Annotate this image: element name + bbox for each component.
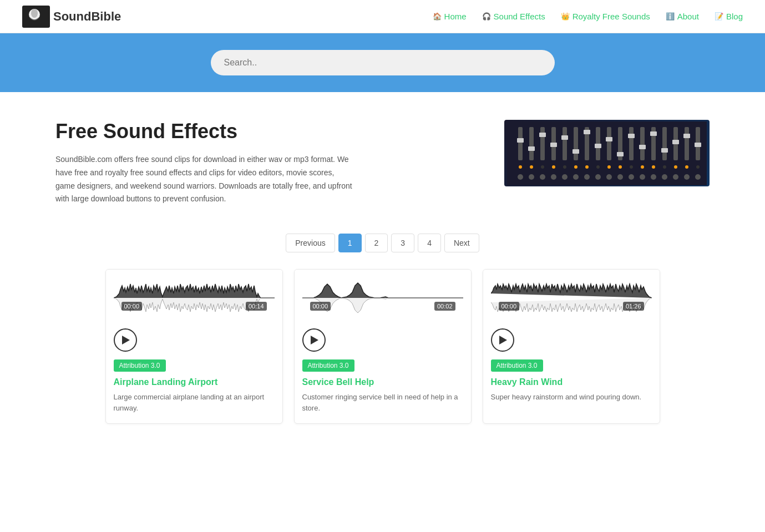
svg-point-45	[607, 165, 611, 169]
play-button-service-bell[interactable]	[302, 328, 326, 352]
time-start-service-bell: 00:00	[310, 302, 331, 311]
sound-effects-icon: 🎧	[482, 12, 491, 21]
svg-point-54	[518, 174, 523, 180]
pagination-next[interactable]: Next	[444, 234, 479, 252]
svg-point-50	[663, 165, 666, 169]
svg-point-37	[519, 165, 522, 169]
svg-point-57	[551, 174, 556, 180]
pagination: Previous 1 2 3 4 Next	[0, 222, 765, 269]
blog-icon: 📝	[715, 12, 723, 21]
svg-rect-12	[561, 135, 568, 140]
play-icon-service-bell	[311, 336, 318, 344]
svg-rect-24	[628, 134, 635, 138]
royalty-icon: 👑	[561, 12, 570, 21]
about-icon: ℹ️	[666, 12, 675, 21]
sound-card-airplane: 00:00 00:14 Attribution 3.0 Airplane Lan…	[105, 269, 283, 424]
svg-rect-22	[617, 152, 624, 156]
time-end-airplane: 00:14	[246, 302, 267, 311]
svg-rect-13	[574, 127, 578, 160]
nav-links: 🏠Home 🎧Sound Effects 👑Royalty Free Sound…	[433, 12, 743, 21]
time-end-heavy-rain: 01:26	[623, 302, 644, 311]
pagination-previous[interactable]: Previous	[286, 234, 335, 252]
sound-card-service-bell: 00:00 00:02 Attribution 3.0 Service Bell…	[294, 269, 472, 424]
svg-rect-23	[629, 127, 634, 160]
time-start-heavy-rain: 00:00	[499, 302, 520, 311]
svg-rect-8	[539, 133, 546, 137]
attribution-badge-heavy-rain: Attribution 3.0	[491, 359, 543, 372]
svg-point-67	[662, 174, 667, 180]
svg-rect-6	[528, 146, 535, 151]
card-desc-airplane: Large commercial airplane landing at an …	[106, 392, 282, 423]
nav-royalty-free[interactable]: 👑Royalty Free Sounds	[561, 12, 650, 21]
svg-point-39	[541, 165, 544, 169]
svg-point-1	[31, 9, 38, 18]
svg-rect-5	[529, 127, 534, 160]
svg-point-43	[585, 165, 589, 169]
waveform-container-heavy-rain: 00:00 01:26	[483, 270, 660, 323]
nav-about[interactable]: ℹ️About	[666, 12, 699, 21]
svg-point-42	[574, 165, 577, 169]
play-icon-airplane	[122, 336, 130, 344]
nav-blog[interactable]: 📝Blog	[715, 12, 743, 21]
attribution-badge-airplane: Attribution 3.0	[114, 359, 166, 372]
svg-point-58	[562, 174, 568, 180]
hero-text: Free Sound Effects SoundBible.com offers…	[55, 120, 355, 206]
attribution-badge-service-bell: Attribution 3.0	[302, 359, 354, 372]
hero-title: Free Sound Effects	[55, 120, 355, 143]
svg-rect-26	[639, 145, 646, 149]
svg-point-38	[530, 165, 533, 169]
navbar: SoundBible 🏠Home 🎧Sound Effects 👑Royalty…	[0, 0, 765, 33]
pagination-page-1[interactable]: 1	[338, 234, 362, 252]
sound-card-heavy-rain: 00:00 01:26 Attribution 3.0 Heavy Rain W…	[483, 269, 660, 424]
svg-marker-71	[122, 336, 130, 344]
svg-rect-28	[650, 131, 657, 136]
svg-point-46	[619, 165, 622, 169]
svg-point-56	[540, 174, 545, 180]
svg-rect-4	[517, 138, 524, 143]
svg-rect-3	[518, 127, 523, 160]
card-title-heavy-rain[interactable]: Heavy Rain Wind	[483, 377, 660, 392]
nav-home[interactable]: 🏠Home	[433, 12, 467, 21]
svg-point-63	[617, 174, 623, 180]
card-desc-service-bell: Customer ringing service bell in need of…	[295, 392, 471, 423]
svg-rect-33	[685, 127, 689, 160]
waveform-container-airplane: 00:00 00:14	[106, 270, 282, 323]
time-end-service-bell: 00:02	[434, 302, 455, 311]
play-button-heavy-rain[interactable]	[491, 328, 514, 352]
svg-rect-10	[550, 143, 557, 147]
svg-rect-16	[584, 130, 590, 134]
svg-marker-72	[311, 336, 318, 344]
svg-point-41	[563, 165, 566, 169]
svg-point-69	[684, 174, 690, 180]
waveform-service-bell: 00:00 00:02	[302, 278, 463, 317]
svg-point-64	[629, 174, 634, 180]
svg-rect-36	[695, 143, 701, 147]
svg-point-61	[595, 174, 601, 180]
svg-marker-73	[499, 336, 507, 344]
svg-rect-7	[540, 127, 545, 160]
svg-point-70	[695, 174, 701, 180]
svg-rect-29	[662, 127, 667, 160]
play-icon-heavy-rain	[499, 336, 507, 344]
svg-rect-14	[573, 149, 579, 154]
hero-description: SoundBible.com offers free sound clips f…	[55, 153, 355, 206]
pagination-page-3[interactable]: 3	[391, 234, 414, 252]
search-input[interactable]	[211, 50, 555, 75]
svg-point-51	[674, 165, 677, 169]
home-icon: 🏠	[433, 12, 442, 21]
play-button-airplane[interactable]	[114, 328, 137, 352]
svg-point-65	[640, 174, 645, 180]
pagination-page-2[interactable]: 2	[365, 234, 388, 252]
svg-rect-18	[595, 144, 601, 148]
card-title-airplane[interactable]: Airplane Landing Airport	[106, 377, 282, 392]
hero-image	[504, 120, 710, 186]
nav-sound-effects[interactable]: 🎧Sound Effects	[482, 12, 545, 21]
svg-point-52	[685, 165, 688, 169]
svg-rect-19	[607, 127, 611, 160]
svg-rect-25	[640, 127, 645, 160]
pagination-page-4[interactable]: 4	[418, 234, 441, 252]
card-title-service-bell[interactable]: Service Bell Help	[295, 377, 471, 392]
svg-rect-32	[672, 140, 679, 144]
svg-rect-20	[606, 137, 612, 141]
brand-logo-link[interactable]: SoundBible	[22, 6, 121, 28]
